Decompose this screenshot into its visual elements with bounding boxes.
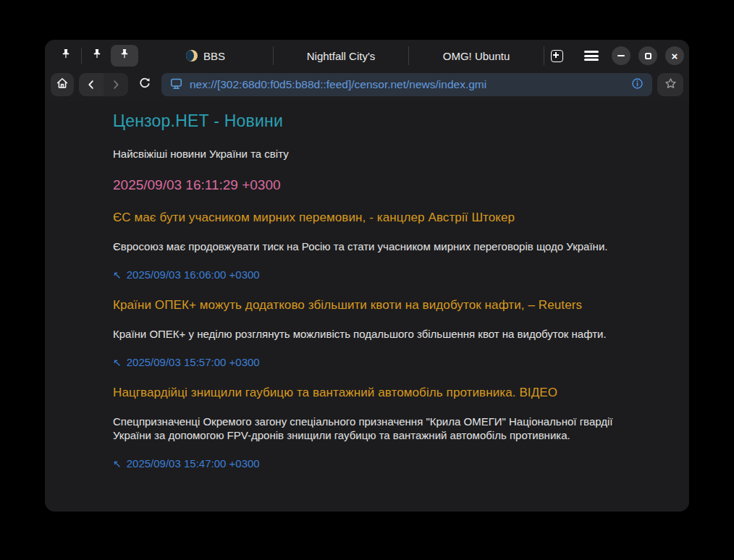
- browser-window: BBS Nightfall City's OMG! Ubuntu ×: [45, 40, 689, 512]
- new-tab-icon: [551, 50, 563, 62]
- pushpin-icon: [59, 48, 72, 64]
- tab-label: OMG! Ubuntu: [443, 50, 510, 62]
- back-button[interactable]: [79, 73, 104, 96]
- close-icon: ×: [672, 50, 678, 61]
- maximize-icon: [645, 53, 651, 59]
- forward-button[interactable]: [104, 73, 128, 96]
- reload-button[interactable]: [133, 73, 156, 96]
- article-heading: Країни ОПЕК+ можуть додатково збільшити …: [113, 298, 624, 313]
- article-summary: Країни ОПЕК+ у неділю розглянуть можливі…: [113, 327, 624, 341]
- page-content: Цензор.НЕТ - Новини Найсвіжіші новини Ук…: [45, 101, 689, 512]
- home-button[interactable]: [51, 73, 74, 96]
- news-article: Нацгвардійці знищили гаубицю та вантажни…: [113, 386, 624, 470]
- article-heading: ЄС має бути учасником мирних перемовин, …: [113, 211, 624, 225]
- page-subtitle: Найсвіжіші новини України та світу: [113, 148, 624, 160]
- desktop: BBS Nightfall City's OMG! Ubuntu ×: [0, 0, 734, 560]
- pinned-tab-1[interactable]: [52, 45, 80, 67]
- article-link[interactable]: ↖2025/09/03 16:06:00 +0300: [113, 268, 624, 281]
- minimize-icon: [617, 55, 625, 56]
- reload-icon: [138, 76, 152, 93]
- article-summary: Євросоюз має продовжувати тиск на Росію …: [113, 239, 624, 253]
- maximize-button[interactable]: [638, 46, 657, 65]
- pin-divider: [81, 48, 82, 64]
- bookmark-button[interactable]: [657, 73, 683, 96]
- close-button[interactable]: ×: [665, 46, 684, 65]
- navigation-bar: nex://[302:68d0:f0d5:b88d::feed]/censor.…: [45, 72, 689, 101]
- article-summary: Спецпризначенці Окремого загону спеціаль…: [113, 415, 624, 442]
- star-icon: [664, 77, 678, 93]
- link-arrow-icon: ↖: [113, 269, 122, 281]
- home-icon: [55, 76, 69, 93]
- minimize-button[interactable]: [612, 46, 630, 65]
- article-link-timestamp: 2025/09/03 15:47:00 +0300: [127, 457, 260, 470]
- pushpin-icon: [118, 48, 131, 64]
- url-text[interactable]: nex://[302:68d0:f0d5:b88d::feed]/censor.…: [190, 78, 624, 91]
- article-link-timestamp: 2025/09/03 16:06:00 +0300: [127, 268, 260, 281]
- history-navigation: [79, 73, 128, 96]
- article-link[interactable]: ↖2025/09/03 15:57:00 +0300: [113, 356, 624, 368]
- article-link[interactable]: ↖2025/09/03 15:47:00 +0300: [113, 457, 624, 470]
- tab-label: BBS: [203, 50, 225, 62]
- article-heading: Нацгвардійці знищили гаубицю та вантажни…: [113, 386, 624, 400]
- url-bar[interactable]: nex://[302:68d0:f0d5:b88d::feed]/censor.…: [161, 73, 652, 96]
- pinned-tab-2[interactable]: [83, 45, 111, 67]
- feed-updated-timestamp: 2025/09/03 16:11:29 +0300: [113, 177, 624, 193]
- new-tab-button[interactable]: [544, 45, 569, 67]
- tab-label: Nightfall City's: [307, 50, 376, 62]
- chevron-right-icon: [109, 78, 122, 91]
- pinned-tab-3-active[interactable]: [111, 45, 138, 67]
- tab-bbs[interactable]: BBS: [138, 40, 273, 72]
- pushpin-icon: [90, 48, 104, 64]
- tab-omg-ubuntu[interactable]: OMG! Ubuntu: [409, 40, 544, 72]
- menu-button[interactable]: [579, 45, 604, 67]
- chevron-left-icon: [85, 78, 98, 91]
- crescent-moon-favicon: [186, 50, 198, 61]
- page-info-icon[interactable]: [630, 77, 644, 93]
- hamburger-icon: [584, 51, 599, 61]
- link-arrow-icon: ↖: [113, 458, 122, 470]
- page-title: Цензор.НЕТ - Новини: [113, 111, 624, 131]
- article-link-timestamp: 2025/09/03 15:57:00 +0300: [127, 356, 260, 368]
- news-article: ЄС має бути учасником мирних перемовин, …: [113, 211, 624, 281]
- news-article: Країни ОПЕК+ можуть додатково збільшити …: [113, 298, 624, 368]
- server-monitor-icon: [169, 77, 183, 93]
- tab-nightfall-citys[interactable]: Nightfall City's: [274, 40, 408, 72]
- tab-bar: BBS Nightfall City's OMG! Ubuntu ×: [45, 40, 689, 72]
- link-arrow-icon: ↖: [113, 357, 122, 368]
